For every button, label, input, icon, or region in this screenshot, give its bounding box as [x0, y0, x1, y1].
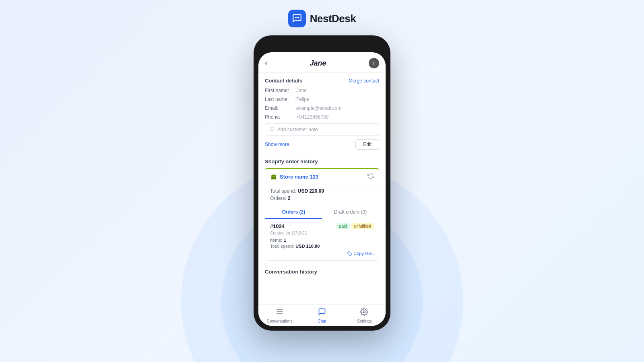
total-spend-value: USD 220.00 [298, 188, 324, 194]
app-header: NestDesk [288, 10, 356, 27]
contact-details-title: Contact details [265, 78, 302, 84]
store-card: Store name 123 Total spend: USD 2 [265, 168, 379, 261]
phone-value: +84123456789 [296, 114, 328, 120]
order-card: #1024 paid unfulfilled Created on 12/16/… [265, 219, 379, 260]
chat-icon [318, 308, 326, 318]
items-count: 1 [284, 238, 286, 243]
app-logo [288, 10, 306, 27]
app-title: NestDesk [310, 12, 356, 25]
shopify-icon [270, 173, 277, 181]
screen-content: Contact details Merge contact First name… [258, 73, 386, 304]
order-spend-row: Total spend: USD 110.00 [270, 244, 374, 249]
order-spend-value: USD 110.00 [295, 244, 320, 249]
orders-row: Orders: 2 [270, 195, 374, 201]
conversation-history-section: Conversation history [258, 265, 386, 279]
settings-label: Settings [357, 319, 372, 323]
settings-icon [360, 308, 368, 318]
edit-button[interactable]: Edit [355, 139, 379, 150]
first-name-label: First name: [265, 88, 293, 93]
nav-item-chat[interactable]: Chat [301, 304, 343, 326]
conversations-icon [276, 308, 284, 318]
first-name-row: First name: Jane [265, 88, 379, 93]
store-stats: Total spend: USD 220.00 Orders: 2 [265, 185, 379, 206]
contact-name: Jane [310, 59, 326, 68]
conversations-label: Conversations [267, 319, 293, 323]
email-row: Email: example@email.com [265, 105, 379, 111]
unfulfilled-badge: unfulfilled [351, 223, 374, 229]
contact-details-section: Contact details Merge contact First name… [258, 73, 386, 154]
svg-point-2 [297, 17, 299, 18]
merge-contact-link[interactable]: Merge contact [349, 78, 379, 84]
order-tabs: Orders (2) Draft orders (0) [265, 206, 379, 219]
store-name-row: Store name 123 [270, 173, 318, 181]
conversation-history-title: Conversation history [265, 269, 379, 275]
chat-label: Chat [318, 319, 326, 323]
screen-header: ‹ Jane i [258, 52, 386, 73]
actions-row: Show more Edit [265, 139, 379, 150]
orders-label: Orders: [270, 195, 286, 201]
svg-point-12 [363, 311, 365, 313]
note-placeholder: Add customer note [277, 127, 318, 132]
store-header: Store name 123 [265, 169, 379, 185]
info-button[interactable]: i [369, 58, 379, 68]
note-icon [269, 126, 275, 133]
phone-frame: ‹ Jane i Contact details Merge contact F… [254, 35, 390, 331]
copy-url-button[interactable]: Copy URL [347, 251, 374, 256]
order-date: Created on 12/16/22 [270, 231, 374, 235]
items-label: Items: [270, 238, 282, 243]
note-input-container[interactable]: Add customer note [265, 123, 379, 136]
show-more-link[interactable]: Show more [265, 142, 289, 147]
shopify-title: Shopify order history [265, 158, 379, 165]
svg-rect-8 [349, 253, 351, 255]
order-id: #1024 [270, 223, 285, 229]
first-name-value: Jane [296, 88, 307, 93]
tab-draft-orders[interactable]: Draft orders (0) [322, 206, 379, 219]
order-items-row: Items: 1 [270, 238, 374, 243]
svg-point-0 [295, 17, 296, 18]
copy-url-row: Copy URL [270, 251, 374, 256]
last-name-label: Last name: [265, 97, 293, 102]
order-badges: paid unfulfilled [336, 223, 374, 229]
order-spend-label: Total spend: [270, 244, 294, 249]
svg-rect-7 [273, 176, 275, 177]
phone-notch [298, 40, 346, 51]
last-name-row: Last name: Felipe [265, 97, 379, 102]
orders-count: 2 [288, 195, 291, 201]
order-header: #1024 paid unfulfilled [270, 223, 374, 229]
phone-label: Phone: [265, 114, 293, 120]
nav-item-settings[interactable]: Settings [343, 304, 386, 326]
paid-badge: paid [336, 223, 350, 229]
last-name-value: Felipe [296, 97, 310, 102]
nav-item-conversations[interactable]: Conversations [258, 304, 301, 326]
tab-orders[interactable]: Orders (2) [265, 206, 322, 219]
back-button[interactable]: ‹ [265, 59, 267, 68]
total-spend-label: Total spend: [270, 188, 296, 194]
section-header: Contact details Merge contact [265, 78, 379, 84]
phone-row: Phone: +84123456789 [265, 114, 379, 120]
phone-screen: ‹ Jane i Contact details Merge contact F… [258, 52, 386, 326]
email-label: Email: [265, 105, 293, 111]
shopify-section: Shopify order history Store name 123 [258, 154, 386, 265]
svg-point-1 [296, 17, 297, 18]
refresh-icon[interactable] [367, 173, 374, 181]
store-name[interactable]: Store name 123 [280, 174, 318, 180]
bottom-nav: Conversations Chat Settings [258, 304, 386, 326]
email-value: example@email.com [296, 105, 341, 111]
copy-url-label: Copy URL [353, 251, 374, 256]
total-spend-row: Total spend: USD 220.00 [270, 188, 374, 194]
